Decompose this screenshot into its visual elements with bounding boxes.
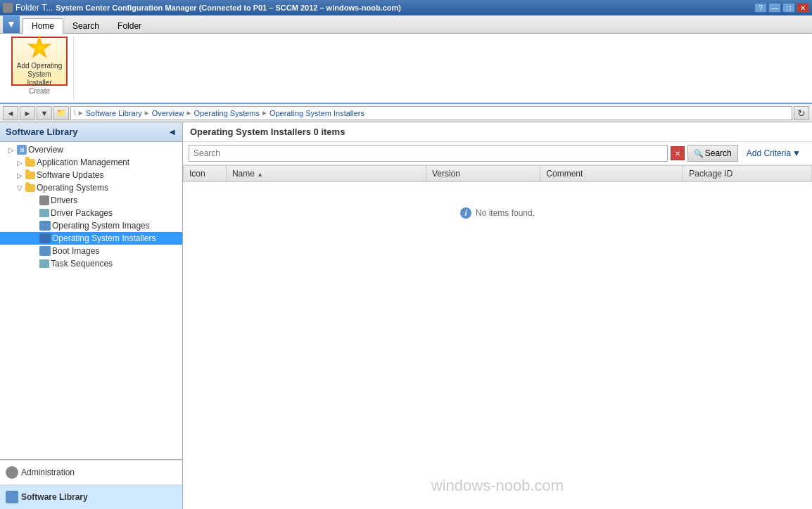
sidebar-label-boot-images: Boot Images [52, 246, 99, 256]
sidebar-label-app-mgmt: Application Management [37, 157, 129, 167]
close-button[interactable]: ✕ [797, 3, 809, 13]
table-body: i No items found. [184, 182, 812, 245]
search-input[interactable] [189, 145, 668, 162]
no-items-message: i No items found. [184, 193, 812, 233]
nav-folder-button[interactable]: 📁 [53, 106, 69, 120]
sidebar-tree: ▷ ⊞ Overview ▷ Application Management ▷ … [0, 142, 182, 459]
sidebar-item-app-mgmt[interactable]: ▷ Application Management [0, 156, 182, 169]
overview-icon: ⊞ [17, 145, 27, 155]
content-area: Operating System Installers 0 items ✕ 🔍 … [183, 122, 812, 509]
breadcrumb-software-library[interactable]: Software Library [86, 109, 142, 117]
breadcrumb-os-installers[interactable]: Operating System Installers [269, 109, 364, 117]
content-header: Operating System Installers 0 items [183, 122, 812, 142]
os-icon [25, 184, 35, 192]
add-os-installer-label: Add OperatingSystem Installer [15, 62, 63, 87]
breadcrumb-overview[interactable]: Overview [152, 109, 184, 117]
title-bar-controls: ? — □ ✕ [754, 3, 809, 13]
ribbon-content: Add OperatingSystem Installer Create [0, 34, 812, 104]
task-sequences-icon [39, 259, 49, 268]
search-icon: 🔍 [694, 149, 704, 158]
sidebar-bottom-software-library-label: Software Library [21, 492, 88, 502]
sidebar-label-driver-packages: Driver Packages [51, 208, 113, 218]
sidebar-bottom-administration-label: Administration [21, 468, 75, 477]
sidebar-label-os-installers: Operating System Installers [52, 233, 156, 243]
ribbon-group-create-label: Create [29, 87, 50, 95]
col-version[interactable]: Version [426, 166, 540, 182]
tab-folder[interactable]: Folder [108, 18, 151, 33]
boot-images-icon [39, 246, 51, 256]
search-button[interactable]: 🔍 Search [687, 145, 738, 162]
sidebar-label-os-images: Operating System Images [52, 221, 150, 231]
nav-dropdown-button[interactable]: ▼ [37, 106, 52, 120]
sidebar-item-os-images[interactable]: Operating System Images [0, 219, 182, 232]
tree-toggle-sw-updates[interactable]: ▷ [15, 171, 24, 179]
col-package-id[interactable]: Package ID [683, 166, 812, 182]
ribbon-dropdown[interactable]: ▼ [3, 15, 20, 33]
ribbon-group-create: Add OperatingSystem Installer Create [6, 37, 74, 100]
search-clear-button[interactable]: ✕ [671, 146, 685, 160]
sw-updates-icon [25, 172, 35, 179]
sidebar-label-drivers: Drivers [51, 195, 77, 205]
sidebar-item-driver-packages[interactable]: Driver Packages [0, 207, 182, 219]
title-bar-left: Folder T... System Center Configuration … [3, 3, 401, 13]
breadcrumb-sep2: ► [144, 109, 151, 117]
maximize-button[interactable]: □ [782, 3, 795, 13]
sidebar: Software Library ◄ ▷ ⊞ Overview ▷ Applic… [0, 122, 183, 509]
back-button[interactable]: ◄ [3, 106, 18, 120]
table-header-row: Icon Name ▲ Version Comment Package ID [184, 166, 812, 182]
sidebar-item-drivers[interactable]: Drivers [0, 194, 182, 207]
os-images-icon [39, 221, 51, 231]
driver-packages-icon [39, 209, 49, 217]
admin-icon [6, 466, 18, 479]
sidebar-bottom: Administration Software Library [0, 459, 182, 509]
tree-toggle-os[interactable]: ▽ [15, 183, 24, 192]
tree-toggle-app-mgmt[interactable]: ▷ [15, 158, 24, 167]
info-icon: i [460, 207, 471, 219]
minimize-button[interactable]: — [768, 3, 781, 13]
sidebar-item-overview[interactable]: ▷ ⊞ Overview [0, 143, 182, 156]
add-os-installer-icon [25, 35, 53, 60]
sidebar-label-task-sequences: Task Sequences [51, 259, 113, 269]
forward-button[interactable]: ► [20, 106, 35, 120]
main-layout: Software Library ◄ ▷ ⊞ Overview ▷ Applic… [0, 122, 812, 509]
breadcrumb-sep4: ► [261, 109, 268, 117]
tab-search[interactable]: Search [63, 18, 108, 33]
tree-toggle-drivers [30, 196, 38, 205]
swlib-icon [6, 491, 18, 503]
sort-arrow-name: ▲ [257, 171, 263, 178]
title-bar: Folder T... System Center Configuration … [0, 0, 812, 15]
star-icon [27, 35, 52, 60]
sidebar-bottom-administration[interactable]: Administration [0, 460, 182, 484]
sidebar-item-task-sequences[interactable]: Task Sequences [0, 257, 182, 270]
os-installers-icon [39, 233, 51, 243]
empty-row: i No items found. [184, 182, 812, 245]
app-icon [3, 3, 13, 13]
add-os-installer-button[interactable]: Add OperatingSystem Installer [11, 37, 68, 86]
app-mgmt-icon [25, 159, 35, 167]
sidebar-header: Software Library ◄ [0, 122, 182, 142]
sidebar-bottom-software-library[interactable]: Software Library [0, 484, 182, 509]
sidebar-item-os[interactable]: ▽ Operating Systems [0, 181, 182, 194]
sidebar-item-os-installers[interactable]: Operating System Installers [0, 232, 182, 245]
sidebar-label-overview: Overview [28, 145, 63, 155]
add-criteria-button[interactable]: Add Criteria ▼ [741, 147, 806, 160]
sidebar-label-sw-updates: Software Updates [37, 170, 103, 180]
refresh-button[interactable]: ↻ [794, 106, 809, 120]
drivers-icon [39, 195, 49, 205]
results-table: Icon Name ▲ Version Comment Package ID i [183, 165, 812, 244]
help-button[interactable]: ? [754, 3, 767, 13]
sidebar-title: Software Library [6, 127, 78, 137]
sidebar-item-sw-updates[interactable]: ▷ Software Updates [0, 169, 182, 181]
breadcrumb: \ ► Software Library ► Overview ► Operat… [70, 106, 792, 120]
tree-toggle-overview[interactable]: ▷ [7, 146, 15, 154]
sidebar-item-boot-images[interactable]: Boot Images [0, 245, 182, 257]
tab-home[interactable]: Home [23, 18, 63, 34]
breadcrumb-operating-systems[interactable]: Operating Systems [194, 109, 260, 117]
title-bar-text: System Center Configuration Manager (Con… [56, 4, 401, 12]
add-criteria-label: Add Criteria [747, 148, 791, 158]
sidebar-collapse-icon[interactable]: ◄ [167, 127, 177, 137]
add-criteria-arrow: ▼ [792, 148, 801, 158]
col-comment[interactable]: Comment [540, 166, 683, 182]
col-icon[interactable]: Icon [184, 166, 227, 182]
col-name[interactable]: Name ▲ [226, 166, 426, 182]
